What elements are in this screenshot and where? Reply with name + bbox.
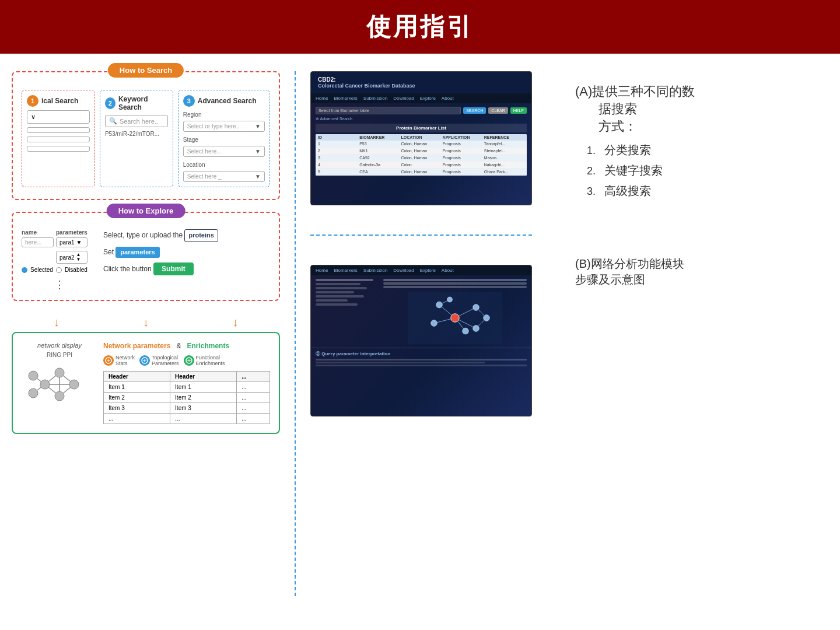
ss-row-3: 3 CA92 Colon, Human Prognosis Mason... (316, 155, 527, 162)
instruction-params: Set parameters (103, 247, 270, 258)
params-col: parameters para1 ▼ para2 ▲▼ (56, 229, 88, 264)
svg-point-36 (431, 320, 438, 327)
network-inner: network display RING PPI (22, 342, 270, 424)
proteins-badge: proteins (184, 229, 218, 242)
advanced-badge: 3 (183, 95, 195, 107)
network-params-label: Network parameters (103, 342, 170, 350)
svg-point-38 (484, 315, 490, 321)
list-item-3: 3. 高级搜索 (587, 183, 828, 199)
search-section: How to Search 1 ical Search ∨ (12, 71, 280, 200)
table-header-3: ... (237, 372, 270, 382)
ss-table-title: Protein Biomarker List (316, 124, 527, 132)
submit-button[interactable]: Submit (153, 262, 194, 275)
svg-point-11 (69, 380, 79, 389)
topological-params-icon (139, 355, 150, 366)
ss-row-5: 5 CEA Colon, Human Prognosis Ohara Park.… (316, 169, 527, 176)
functional-enrichments-icon (184, 355, 194, 366)
ss-clear-btn[interactable]: CLEAR (488, 107, 508, 114)
table-header-1: Header (104, 372, 170, 382)
table-row: ......... (104, 414, 270, 424)
parameters-badge: parameters (116, 247, 159, 258)
table-row: Item 2Item 2... (104, 393, 270, 403)
instruction-proteins: Select, type or upload the proteins (103, 229, 270, 242)
ppi-label: RING PPI (47, 352, 72, 358)
table-header-2: Header (170, 372, 237, 382)
instruction-submit: Click the button Submit (103, 262, 270, 275)
how-to-explore-button[interactable]: How to Explore (107, 204, 186, 218)
screenshots-col: CBD2: Colorectal Cancer Biomarker Databa… (310, 71, 564, 596)
svg-point-8 (40, 380, 50, 389)
network-section: network display RING PPI (12, 332, 280, 434)
svg-point-33 (473, 304, 480, 311)
keyword-example: P53/miR-22/mTOR... (105, 131, 168, 137)
desc-block-a: (A)提供三种不同的数 据搜索 方式： 1. 分类搜索 2. 关键字搜索 3. (575, 71, 828, 221)
svg-point-9 (55, 368, 64, 377)
ss-network-graph (402, 292, 508, 344)
network-params-row: Network parameters & Enrichments (103, 342, 270, 350)
location-label: Location (183, 162, 265, 168)
screenshot-b: Home Biomarkers Submission Download Expl… (310, 265, 532, 416)
svg-point-10 (55, 391, 64, 401)
region-label: Region (183, 111, 265, 118)
stage-label: Stage (183, 136, 265, 143)
ss-header-a: CBD2: Colorectal Cancer Biomarker Databa… (311, 72, 531, 93)
desc-col: (A)提供三种不同的数 据搜索 方式： 1. 分类搜索 2. 关键字搜索 3. (564, 71, 828, 596)
ss-biomarker-table: ID BIOMARKER LOCATION APPLICATION REFERE… (316, 134, 527, 176)
center-divider (295, 71, 296, 596)
enrichments-label: Enrichments (187, 342, 229, 350)
desc-title-a: (A)提供三种不同的数 据搜索 方式： (575, 83, 828, 135)
topological-params-item: TopologicalParameters (139, 355, 179, 366)
svg-point-39 (447, 297, 453, 302)
search-tabs-row: 1 ical Search ∨ 2 Keyword Search (22, 90, 270, 187)
network-stats-item: NetworkStats (103, 355, 135, 366)
explore-section: How to Explore name here... parameters (12, 212, 280, 301)
network-stats-icon (103, 355, 114, 366)
region-select[interactable]: Select or type here... ▼ (183, 121, 265, 132)
para1-arrow: ▼ (76, 239, 82, 246)
search-icon: 🔍 (109, 117, 117, 125)
ss-nav-a: Home Biomarkers Submission Download Expl… (311, 93, 531, 103)
desc-block-b: (B)网络分析功能模块 步骤及示意图 (575, 221, 828, 290)
explore-inner: name here... parameters para1 ▼ (22, 229, 270, 291)
category-text3 (27, 146, 90, 152)
svg-point-13 (29, 388, 38, 398)
location-select[interactable]: Select here _ ▼ (183, 171, 265, 182)
keyword-search-col: 2 Keyword Search 🔍 Search here.. P53/miR… (100, 90, 173, 187)
network-graph-svg (27, 361, 92, 408)
how-to-search-button[interactable]: How to Search (108, 63, 184, 78)
list-item-2: 2. 关键字搜索 (587, 163, 828, 178)
ss-row-1: 1 P53 Colon, Human Prognosis Tannapfel..… (316, 141, 527, 148)
ss-search-input[interactable]: Select from Biomarker table (316, 107, 461, 114)
desc-list-a: 1. 分类搜索 2. 关键字搜索 3. 高级搜索 (575, 142, 828, 199)
location-arrow-icon: ▼ (255, 173, 261, 180)
ss-search-area: Select from Biomarker table SEARCH CLEAR… (311, 103, 531, 179)
selected-radio[interactable] (22, 267, 27, 273)
page-title: 使用指引 (0, 10, 840, 43)
ss-help-btn[interactable]: HELP (510, 107, 527, 114)
para1-select[interactable]: para1 ▼ (56, 237, 88, 247)
param-icons-row: NetworkStats TopologicalParameters (103, 355, 270, 366)
h-divider (310, 235, 532, 236)
para2-select[interactable]: para2 ▲▼ (56, 251, 88, 264)
network-table: Header Header ... Item 1Item 1...Item 2I… (103, 371, 270, 424)
ss-search-btn[interactable]: SEARCH (463, 107, 486, 114)
keyword-search-input[interactable]: 🔍 Search here.. (105, 115, 168, 127)
radio-row: Selected Disabled (22, 267, 97, 273)
disabled-radio[interactable] (56, 267, 62, 273)
category-text2 (27, 136, 90, 142)
category-search-col: 1 ical Search ∨ (22, 90, 95, 187)
svg-point-34 (473, 326, 480, 332)
stage-arrow-icon: ▼ (255, 148, 261, 155)
main-content: How to Search 1 ical Search ∨ (0, 54, 840, 608)
ss-row-4: 4 Galectin-3a Colon Prognosis Nakagchi..… (316, 162, 527, 169)
svg-point-37 (463, 328, 469, 334)
name-input[interactable]: here... (22, 237, 54, 247)
left-panel: How to Search 1 ical Search ∨ (12, 71, 280, 596)
advanced-title: 3 Advanced Search (183, 95, 265, 107)
category-dropdown[interactable]: ∨ (27, 110, 90, 124)
arrows-down: ↓ ↓ ↓ (12, 313, 280, 332)
stage-select[interactable]: Select here... ▼ (183, 146, 265, 157)
list-item-1: 1. 分类搜索 (587, 142, 828, 158)
category-text (27, 127, 90, 133)
ss-nav-b: Home Biomarkers Submission Download Expl… (311, 265, 531, 275)
